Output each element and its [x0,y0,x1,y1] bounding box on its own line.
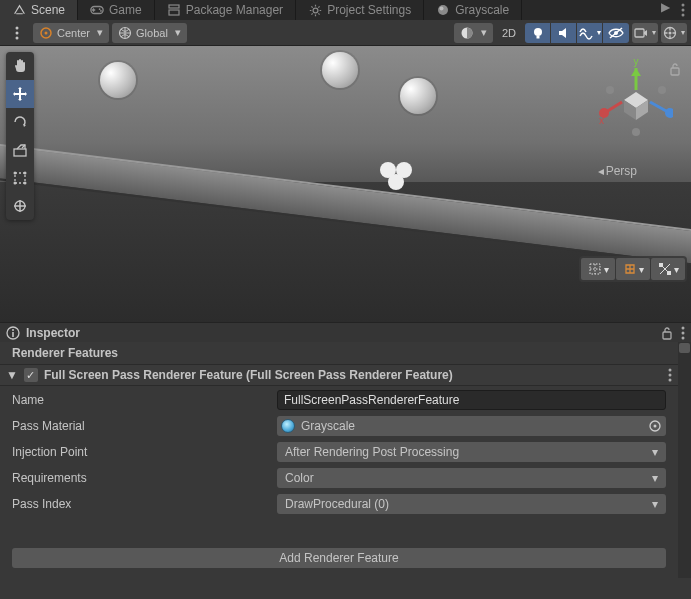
tool-pivot-mode[interactable]: Center ▾ [33,23,109,43]
svg-rect-47 [12,332,14,337]
chevron-down-icon: ▾ [652,28,656,37]
feature-header: ▼ ✓ Full Screen Pass Renderer Feature (F… [0,364,678,386]
chevron-down-icon: ▾ [175,26,181,39]
tool-rect[interactable] [6,164,34,192]
svg-rect-3 [169,5,179,8]
tab-menu-icon[interactable] [675,0,691,20]
gizmos-dropdown[interactable]: ▾ [661,23,687,43]
toggle-visibility[interactable] [603,23,629,43]
light-gizmo-icon[interactable] [322,52,358,88]
center-icon [39,26,53,40]
prop-pass-index: Pass Index DrawProcedural (0) ▾ [12,494,666,514]
svg-point-52 [669,369,672,372]
feature-enabled-checkbox[interactable]: ✓ [24,368,38,382]
feature-title: Full Screen Pass Renderer Feature (Full … [44,368,453,382]
scroll-up-icon[interactable] [679,343,690,353]
snap-settings-button[interactable]: ▾ [651,258,685,280]
scene-overlay-toolbar: ▾ ▾ ▾ [579,256,687,282]
gizmos-icon [663,26,677,40]
chevron-left-icon: ◂ [598,164,604,178]
svg-point-8 [682,4,685,7]
light-gizmo-icon[interactable] [100,62,136,98]
toggle-2d[interactable]: 2D [496,23,522,43]
svg-point-18 [534,28,542,36]
toggle-lighting[interactable] [525,23,551,43]
tool-rotate[interactable] [6,108,34,136]
name-input[interactable] [277,390,666,410]
inspector-scrollbar[interactable] [678,342,691,578]
tab-overflow-arrow-icon[interactable]: ▶ [656,0,675,20]
tab-project-settings[interactable]: Project Settings [296,0,424,20]
reflection-probe-icon[interactable] [378,156,418,196]
package-icon [167,3,181,17]
pass-material-field[interactable]: Grayscale [277,416,666,436]
light-gizmo-icon[interactable] [400,78,436,114]
svg-point-10 [682,14,685,17]
eye-off-icon [608,26,624,40]
pass-index-dropdown[interactable]: DrawProcedural (0) ▾ [277,494,666,514]
material-icon [436,3,450,17]
camera-icon [634,27,648,39]
lock-icon[interactable] [661,326,673,340]
snap-increment-button[interactable]: ▾ [616,258,650,280]
svg-point-39 [606,86,614,94]
svg-rect-43 [659,263,663,267]
tab-label: Grayscale [455,3,509,17]
svg-point-53 [669,374,672,377]
coord-mode-label: Global [136,27,168,39]
scene-viewport[interactable]: y z x ◂ Persp ▾ ▾ ▾ [0,46,691,322]
overlay-menu-button[interactable] [4,23,30,43]
chevron-down-icon: ▾ [97,26,103,39]
renderer-features-section: Renderer Features [0,342,678,364]
svg-point-1 [99,8,101,10]
requirements-dropdown[interactable]: Color ▾ [277,468,666,488]
lightbulb-icon [531,26,545,40]
svg-point-12 [16,31,19,34]
tool-transform[interactable] [6,192,34,220]
grid-snap-button[interactable]: ▾ [581,258,615,280]
tool-coordinate-mode[interactable]: Global ▾ [112,23,187,43]
svg-rect-21 [635,29,644,37]
tool-hand[interactable] [6,52,34,80]
scene-transform-tools [6,52,34,220]
svg-point-32 [24,182,27,185]
toggle-fx[interactable]: ▾ [577,23,603,43]
prop-name: Name [12,390,666,410]
svg-text:x: x [599,115,604,126]
prop-pass-material: Pass Material Grayscale [12,416,666,436]
svg-point-5 [313,8,318,13]
debug-draw-mode[interactable]: ▾ [454,23,493,43]
tab-scene[interactable]: Scene [0,0,78,20]
svg-rect-19 [536,36,539,39]
svg-point-30 [24,172,27,175]
chevron-down-icon: ▾ [597,28,601,37]
injection-point-dropdown[interactable]: After Rendering Post Processing ▾ [277,442,666,462]
gamepad-icon [90,3,104,17]
inspector-body: Renderer Features ▼ ✓ Full Screen Pass R… [0,342,678,578]
add-renderer-feature-button[interactable]: Add Renderer Feature [12,548,666,568]
orientation-gizmo[interactable]: y z x [599,56,673,146]
globe-icon [118,26,132,40]
gear-icon [308,3,322,17]
svg-point-15 [45,31,48,34]
tab-label: Game [109,3,142,17]
panel-menu-icon[interactable] [681,326,685,340]
toggle-audio[interactable] [551,23,577,43]
svg-point-56 [654,425,657,428]
camera-settings[interactable]: ▾ [632,23,658,43]
scene-icon [12,3,26,17]
material-icon [281,419,295,433]
tab-package-manager[interactable]: Package Manager [155,0,296,20]
tool-scale[interactable] [6,136,34,164]
view-mode-label[interactable]: ◂ Persp [598,164,637,178]
svg-text:y: y [634,56,639,67]
tab-grayscale[interactable]: Grayscale [424,0,522,20]
object-picker-icon[interactable] [648,419,662,433]
tab-game[interactable]: Game [78,0,155,20]
svg-rect-27 [14,149,26,156]
tool-move[interactable] [6,80,34,108]
tab-label: Scene [31,3,65,17]
svg-rect-28 [15,173,25,183]
feature-menu-icon[interactable] [668,368,672,382]
foldout-toggle[interactable]: ▼ [6,368,18,382]
